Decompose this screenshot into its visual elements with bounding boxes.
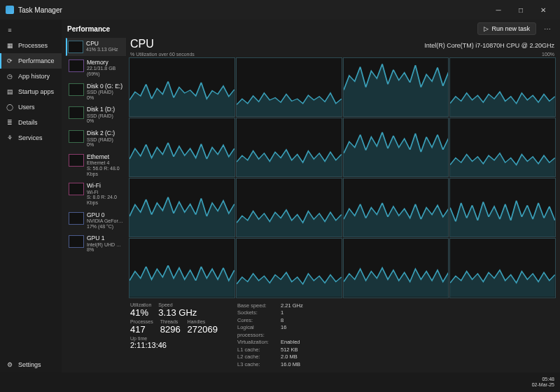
nav-item-startup-apps[interactable]: ▤Startup apps: [0, 84, 62, 99]
stat-speed: 3.13 GHz: [158, 307, 197, 318]
taskbar: 05:48 02-Mar-25: [0, 372, 560, 392]
nav-item-services[interactable]: ⚘Services: [0, 130, 62, 146]
cpu-core-grid: [129, 57, 556, 298]
nav-settings[interactable]: ⚙Settings: [0, 357, 62, 372]
menu-icon: ≡: [6, 26, 14, 34]
stat-cores: 8: [281, 317, 284, 325]
thumb-icon: [69, 154, 84, 167]
chart-caption: % Utilization over 60 seconds: [130, 52, 195, 57]
system-clock[interactable]: 05:48 02-Mar-25: [532, 377, 554, 388]
nav-label: Services: [18, 134, 43, 141]
core-chart-11: [449, 178, 556, 237]
nav-icon: ▦: [6, 41, 14, 50]
close-button[interactable]: ✕: [532, 0, 554, 20]
stat-utilization: 41%: [130, 307, 151, 318]
run-new-task-button[interactable]: ▷Run new task: [477, 22, 536, 35]
core-chart-8: [129, 178, 235, 237]
core-chart-9: [236, 178, 342, 237]
core-chart-14: [343, 238, 449, 298]
stat-l1: 512 KB: [281, 346, 298, 354]
nav-label: Details: [18, 119, 38, 126]
thumb-icon: [69, 83, 84, 96]
stat-uptime: 2:11:13:46: [130, 341, 218, 349]
hamburger-menu[interactable]: ≡: [0, 22, 62, 38]
titlebar: Task Manager ─ □ ✕: [0, 0, 560, 20]
window-title: Task Manager: [18, 6, 62, 14]
thumb-icon: [69, 59, 84, 72]
nav-item-app-history[interactable]: ◷App history: [0, 69, 62, 84]
core-chart-13: [236, 238, 342, 298]
perf-item-gpu-0[interactable]: GPU 0NVIDIA GeFor…17% (48 °C): [66, 209, 126, 232]
nav-icon: ≣: [6, 118, 14, 127]
stat-logical: 16: [281, 324, 286, 339]
stat-l2: 2.0 MB: [281, 354, 298, 361]
cpu-stats: Utilization41% Speed3.13 GHz Processes41…: [129, 298, 556, 370]
nav-label: Settings: [18, 361, 41, 368]
nav-item-details[interactable]: ≣Details: [0, 115, 62, 130]
core-chart-4: [129, 118, 235, 177]
nav-icon: ◯: [6, 103, 14, 111]
core-chart-7: [449, 118, 556, 177]
perf-item-memory[interactable]: Memory22.1/31.8 GB (69%): [66, 57, 126, 80]
perf-resource-list: CPU41% 3.13 GHzMemory22.1/31.8 GB (69%)D…: [66, 38, 126, 370]
core-chart-3: [449, 57, 556, 117]
maximize-button[interactable]: □: [510, 0, 532, 20]
core-chart-2: [343, 57, 449, 117]
gear-icon: ⚙: [6, 360, 14, 369]
nav-item-users[interactable]: ◯Users: [0, 99, 62, 115]
stat-handles: 272069: [188, 324, 218, 335]
nav-label: Startup apps: [18, 88, 54, 95]
left-nav: ≡ ▦Processes⟳Performance◷App history▤Sta…: [0, 20, 62, 372]
thumb-icon: [69, 212, 84, 225]
thumb-icon: [69, 183, 84, 195]
nav-icon: ⟳: [6, 57, 14, 65]
core-chart-10: [343, 178, 449, 237]
thumb-icon: [69, 130, 84, 143]
stat-base-speed: 2.21 GHz: [281, 302, 303, 310]
perf-item-ethernet[interactable]: EthernetEthernet 4S: 56.0 R: 48.0 Kbps: [66, 151, 126, 179]
core-chart-15: [449, 238, 556, 298]
thumb-icon: [69, 106, 84, 119]
stat-processes: 417: [130, 324, 153, 335]
nav-item-performance[interactable]: ⟳Performance: [0, 53, 62, 69]
chart-max: 100%: [542, 52, 554, 57]
nav-icon: ◷: [6, 72, 14, 80]
core-chart-12: [129, 238, 235, 298]
perf-item-cpu[interactable]: CPU41% 3.13 GHz: [66, 38, 126, 56]
perf-item-disk-0-g-e-[interactable]: Disk 0 (G: E:)SSD (RAID)0%: [66, 80, 126, 104]
app-icon: [6, 6, 14, 14]
stat-threads: 8296: [160, 324, 181, 335]
nav-icon: ▤: [6, 88, 14, 96]
more-button[interactable]: ⋯: [540, 25, 554, 33]
perf-item-gpu-1[interactable]: GPU 1Intel(R) UHD …8%: [66, 232, 126, 255]
minimize-button[interactable]: ─: [487, 0, 510, 20]
core-chart-1: [236, 57, 342, 117]
thumb-icon: [69, 235, 84, 248]
nav-icon: ⚘: [6, 134, 14, 142]
nav-label: Processes: [18, 42, 48, 49]
thumb-icon: [68, 41, 83, 53]
stat-sockets: 1: [281, 309, 284, 317]
perf-item-wi-fi[interactable]: Wi-FiWi-FiS: 8.0 R: 24.0 Kbps: [66, 180, 126, 208]
perf-item-disk-2-c-[interactable]: Disk 2 (C:)SSD (RAID)0%: [66, 127, 126, 150]
nav-label: App history: [18, 73, 50, 80]
core-chart-0: [129, 57, 235, 117]
perf-item-disk-1-d-[interactable]: Disk 1 (D:)SSD (RAID)0%: [66, 104, 126, 127]
play-icon: ▷: [484, 25, 489, 32]
nav-label: Performance: [18, 57, 55, 64]
nav-item-processes[interactable]: ▦Processes: [0, 38, 62, 53]
detail-title: CPU: [130, 38, 154, 50]
stat-l3: 16.0 MB: [281, 361, 300, 369]
core-chart-6: [343, 118, 449, 177]
nav-label: Users: [18, 104, 35, 111]
cpu-model: Intel(R) Core(TM) i7-10870H CPU @ 2.20GH…: [424, 42, 554, 49]
core-chart-5: [236, 118, 342, 177]
stat-virt: Enabled: [281, 339, 300, 346]
page-title: Performance: [67, 25, 110, 33]
